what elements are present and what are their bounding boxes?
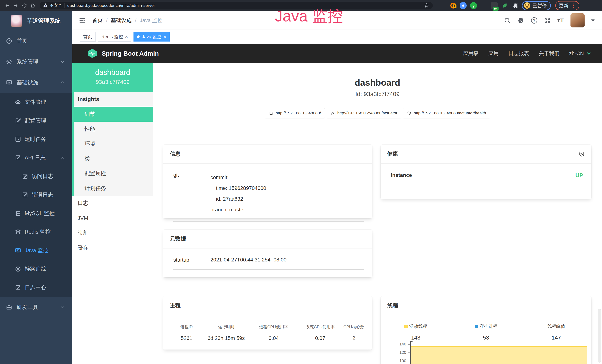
search-icon[interactable] (504, 17, 511, 24)
heartbeat-icon (407, 111, 411, 115)
sidebar-item-config-management[interactable]: 配置管理 (0, 111, 72, 130)
menu-item-jvm[interactable]: JVM (72, 211, 153, 225)
sba-link-journal[interactable]: 日志报表 (508, 50, 529, 57)
not-secure-warning-icon: ! (43, 3, 48, 8)
app-logo[interactable]: 芋道管理系统 (0, 11, 72, 31)
threads-legend: 活动线程 143 守护进程 53 线程峰值 147 (381, 323, 591, 341)
profile-paused-pill[interactable]: 已暂停 (522, 1, 551, 10)
bookmark-star-icon[interactable] (424, 3, 430, 8)
sba-logo-icon (87, 48, 97, 59)
reload-icon[interactable] (20, 1, 29, 10)
extension-v-icon[interactable]: y (470, 2, 477, 9)
not-secure-label[interactable]: 不安全 (50, 3, 62, 8)
github-icon[interactable] (517, 17, 524, 24)
url-text[interactable]: dashboard.yudao.iocoder.cn/infra/admin-s… (67, 3, 155, 8)
sidebar-item-system[interactable]: 系统管理 (0, 51, 72, 72)
menu-item-mappings[interactable]: 映射 (72, 225, 153, 240)
sidebar-item-mysql-monitor[interactable]: MySQL 监控 (0, 204, 72, 223)
threads-area-series (411, 346, 587, 364)
threads-chart: 140 120 100 (388, 343, 587, 364)
sidebar-item-tracing[interactable]: 链路追踪 (0, 260, 72, 278)
metadata-startup-row: startup 2021-04-27T00:44:31.254+08:00 (173, 248, 364, 270)
tab-home[interactable]: 首页 (80, 32, 96, 42)
infrastructure-submenu: 文件管理 配置管理 定时任务 API 日志 访问日志 错误日志 (0, 93, 72, 297)
home-icon (269, 111, 273, 115)
menu-item-logs[interactable]: 日志 (72, 196, 153, 211)
extension-leaf-icon[interactable] (501, 2, 508, 9)
instance-sidebar: dashboard 93a3fc7f7409 Insights 细节 性能 环境… (72, 63, 153, 364)
user-avatar[interactable] (570, 13, 585, 27)
extension-orange-icon[interactable]: 1 (450, 3, 456, 9)
menu-item-caches[interactable]: 缓存 (72, 240, 153, 255)
sidebar-item-home[interactable]: 首页 (0, 31, 72, 51)
dashboard-icon (6, 38, 12, 44)
forward-icon[interactable] (11, 1, 20, 10)
tab-java-monitor[interactable]: Java 监控 × (133, 32, 170, 42)
menu-item-metrics[interactable]: 性能 (74, 122, 153, 137)
extension-switch-icon[interactable]: on (491, 2, 498, 9)
process-card-header: 进程 (163, 296, 372, 315)
sba-language-select[interactable]: zh-CN (569, 50, 592, 56)
address-bar[interactable]: ! 不安全 dashboard.yudao.iocoder.cn/infra/a… (40, 2, 433, 10)
extension-pin-icon[interactable] (460, 2, 467, 9)
sidebar-item-file-management[interactable]: 文件管理 (0, 93, 72, 111)
fullscreen-icon[interactable] (544, 17, 551, 24)
sidebar-item-infrastructure[interactable]: 基础设施 (0, 72, 72, 93)
health-card: 健康 Instance UP (381, 145, 591, 199)
help-icon[interactable]: ? (531, 17, 537, 23)
chevron-up-icon (60, 155, 65, 160)
close-icon[interactable]: × (125, 34, 128, 39)
browser-home-icon[interactable] (29, 1, 37, 10)
breadcrumb: 首页 / 基础设施 / Java 监控 (92, 17, 163, 24)
chrome-update-button[interactable]: 更新 ⋮ (555, 1, 579, 11)
status-badge: UP (575, 172, 583, 178)
wrench-icon (331, 111, 335, 115)
insights-group: Insights 细节 性能 环境 类 配置属性 计划任务 (72, 92, 153, 196)
threads-card: 线程 活动线程 143 守护进程 53 线程峰值 147 (381, 296, 591, 364)
scrollbar-thumb[interactable] (598, 309, 601, 363)
extension-grid-icon[interactable] (480, 2, 487, 9)
history-icon[interactable] (579, 151, 585, 157)
sba-brand[interactable]: Spring Boot Admin (87, 48, 159, 59)
caret-down-icon[interactable] (591, 20, 595, 21)
sba-link-about[interactable]: 关于我们 (539, 50, 559, 57)
breadcrumb-current: Java 监控 (140, 17, 163, 24)
cloud-upload-icon (15, 99, 21, 105)
sba-link-wallboard[interactable]: 应用墙 (463, 50, 479, 57)
menu-item-scheduled-tasks[interactable]: 计划任务 (74, 181, 153, 196)
sba-link-applications[interactable]: 应用 (488, 50, 499, 57)
health-instance-row: Instance UP (391, 163, 583, 185)
menu-item-config-props[interactable]: 配置属性 (74, 166, 153, 181)
sba-links: 应用墙 应用 日志报表 关于我们 zh-CN (463, 50, 592, 57)
tab-redis-monitor[interactable]: Redis 监控 × (98, 32, 131, 42)
menu-item-details[interactable]: 细节 (74, 107, 153, 122)
sidebar-item-redis-monitor[interactable]: Redis 监控 (0, 223, 72, 241)
navbar-actions: ? тT (504, 13, 595, 27)
app-sidebar: 芋道管理系统 首页 系统管理 基础设施 文件管理 配置管理 (0, 11, 72, 364)
info-git-row: git commit: time: 1596289704000 id: 27aa… (173, 163, 364, 222)
menu-item-classes[interactable]: 类 (74, 151, 153, 166)
endpoint-home-button[interactable]: http://192.168.0.2:48080/ (265, 108, 325, 118)
sidebar-item-error-logs[interactable]: 错误日志 (0, 186, 72, 204)
info-card-header: 信息 (163, 145, 372, 163)
endpoint-health-button[interactable]: http://192.168.0.2:48080/actuator/health (403, 108, 490, 118)
sidebar-item-log-center[interactable]: 日志中心 (0, 278, 72, 297)
edit-square-icon (15, 118, 21, 124)
breadcrumb-infrastructure[interactable]: 基础设施 (111, 17, 132, 24)
back-icon[interactable] (3, 1, 11, 10)
menu-item-environment[interactable]: 环境 (74, 137, 153, 151)
browser-menu-icon[interactable]: ⋮ (571, 3, 576, 9)
close-icon[interactable]: × (163, 34, 166, 39)
page-title: dashboard (153, 77, 602, 88)
sidebar-item-scheduled-jobs[interactable]: 定时任务 (0, 130, 72, 149)
font-size-icon[interactable]: тT (557, 17, 564, 23)
sidebar-item-java-monitor[interactable]: Java 监控 (0, 241, 72, 260)
breadcrumb-home[interactable]: 首页 (92, 17, 103, 24)
profile-emoji-icon (524, 2, 530, 9)
hamburger-icon[interactable] (79, 17, 86, 24)
sidebar-item-dev-tools[interactable]: 研发工具 (0, 297, 72, 318)
sidebar-item-access-logs[interactable]: 访问日志 (0, 167, 72, 186)
sidebar-item-api-logs[interactable]: API 日志 (0, 149, 72, 167)
extensions-puzzle-icon[interactable] (512, 2, 519, 9)
endpoint-actuator-button[interactable]: http://192.168.0.2:48080/actuator (327, 108, 401, 118)
